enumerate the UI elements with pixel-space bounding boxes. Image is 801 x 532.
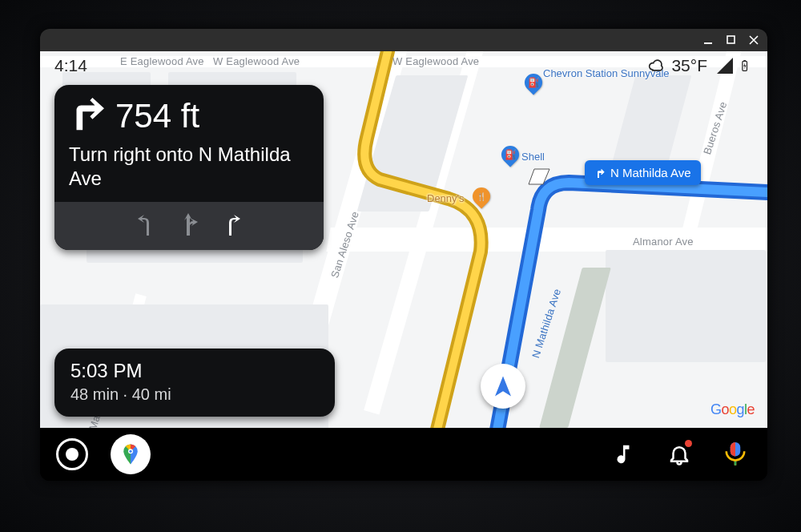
head-unit-display: E Eaglewood Ave W Eaglewood Ave W Eaglew…: [40, 29, 767, 481]
route-street-chip[interactable]: N Mathilda Ave: [585, 160, 701, 185]
status-time: 4:14: [54, 56, 87, 75]
window-close-icon[interactable]: [748, 34, 759, 46]
google-assistant-icon: [723, 442, 747, 466]
eta-summary: 48 min · 40 mi: [70, 385, 319, 404]
turn-right-icon: [593, 167, 606, 179]
lane-guidance: [54, 202, 324, 250]
nav-instruction: Turn right onto N Mathilda Ave: [54, 139, 324, 202]
svg-rect-0: [704, 42, 712, 44]
status-temperature: 35°F: [671, 56, 707, 75]
window-minimize-icon[interactable]: [703, 34, 714, 46]
music-note-icon: [611, 442, 635, 466]
battery-charging-icon: [741, 56, 753, 75]
window-chrome: [40, 29, 767, 51]
cell-signal-icon: [715, 56, 735, 75]
poi-pin-dennys[interactable]: 🍴: [469, 183, 493, 208]
nav-distance: 754 ft: [115, 97, 199, 135]
assistant-button[interactable]: [718, 437, 753, 472]
navigation-arrow-icon: [491, 374, 515, 398]
eta-arrival-time: 5:03 PM: [70, 360, 319, 382]
svg-rect-3: [743, 60, 746, 61]
poi-label: Denny's: [427, 192, 465, 204]
weather-cloud-icon: [648, 58, 664, 74]
google-maps-button[interactable]: [111, 434, 151, 474]
nav-rail: [40, 428, 767, 481]
poi-pin-shell[interactable]: ⛽: [497, 142, 522, 167]
navigation-card[interactable]: 754 ft Turn right onto N Mathilda Ave: [54, 85, 324, 250]
lane-straight-right-icon: [178, 212, 200, 239]
street-label: Almanor Ave: [633, 236, 694, 248]
poi-label: Shell: [521, 151, 545, 163]
google-maps-icon: [119, 442, 143, 466]
notification-dot-icon: [685, 440, 692, 447]
map-canvas[interactable]: E Eaglewood Ave W Eaglewood Ave W Eaglew…: [40, 51, 767, 428]
launcher-icon: [56, 438, 88, 470]
turn-right-icon: [67, 96, 104, 136]
launcher-button[interactable]: [54, 437, 90, 472]
eta-card[interactable]: 5:03 PM 48 min · 40 mi: [54, 349, 335, 417]
media-button[interactable]: [606, 437, 641, 472]
svg-rect-1: [727, 36, 735, 43]
svg-point-5: [129, 450, 131, 453]
route-street-name: N Mathilda Ave: [610, 166, 691, 179]
window-maximize-icon[interactable]: [726, 34, 737, 46]
current-location-puck[interactable]: [481, 364, 525, 409]
status-bar: 4:14 35°F: [40, 51, 767, 80]
lane-right-icon: [221, 212, 244, 239]
notifications-button[interactable]: [662, 437, 697, 472]
lane-left-icon: [135, 212, 157, 239]
google-watermark: Google: [710, 401, 755, 418]
